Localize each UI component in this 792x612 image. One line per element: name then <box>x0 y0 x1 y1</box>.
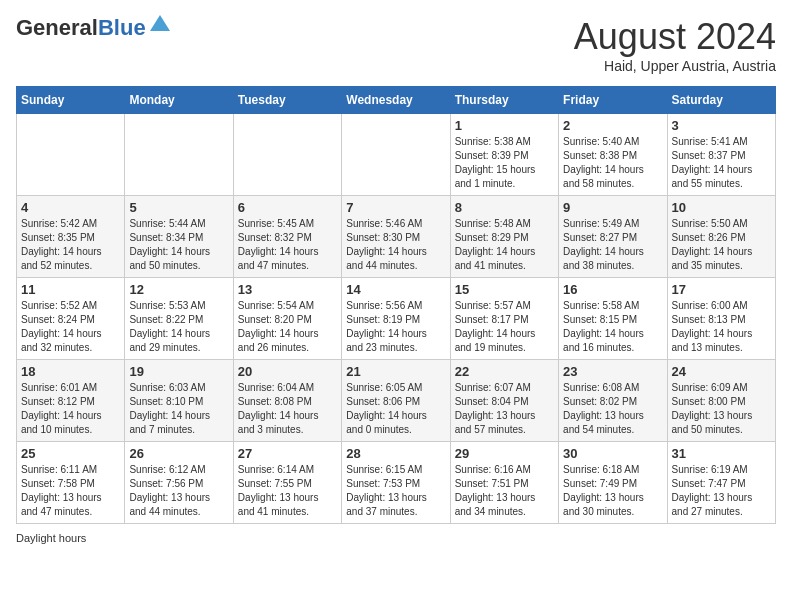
day-info: Sunrise: 5:42 AM Sunset: 8:35 PM Dayligh… <box>21 217 120 273</box>
day-info: Sunrise: 6:18 AM Sunset: 7:49 PM Dayligh… <box>563 463 662 519</box>
calendar-cell: 2Sunrise: 5:40 AM Sunset: 8:38 PM Daylig… <box>559 114 667 196</box>
week-row: 1Sunrise: 5:38 AM Sunset: 8:39 PM Daylig… <box>17 114 776 196</box>
day-number: 17 <box>672 282 771 297</box>
logo-general: General <box>16 15 98 40</box>
footer-note: Daylight hours <box>16 532 776 544</box>
calendar-cell: 20Sunrise: 6:04 AM Sunset: 8:08 PM Dayli… <box>233 360 341 442</box>
day-info: Sunrise: 5:49 AM Sunset: 8:27 PM Dayligh… <box>563 217 662 273</box>
day-number: 7 <box>346 200 445 215</box>
calendar-cell: 16Sunrise: 5:58 AM Sunset: 8:15 PM Dayli… <box>559 278 667 360</box>
day-info: Sunrise: 6:03 AM Sunset: 8:10 PM Dayligh… <box>129 381 228 437</box>
day-info: Sunrise: 5:45 AM Sunset: 8:32 PM Dayligh… <box>238 217 337 273</box>
calendar-cell: 24Sunrise: 6:09 AM Sunset: 8:00 PM Dayli… <box>667 360 775 442</box>
day-number: 20 <box>238 364 337 379</box>
calendar-cell: 29Sunrise: 6:16 AM Sunset: 7:51 PM Dayli… <box>450 442 558 524</box>
calendar-cell: 21Sunrise: 6:05 AM Sunset: 8:06 PM Dayli… <box>342 360 450 442</box>
calendar-cell: 13Sunrise: 5:54 AM Sunset: 8:20 PM Dayli… <box>233 278 341 360</box>
calendar-cell: 15Sunrise: 5:57 AM Sunset: 8:17 PM Dayli… <box>450 278 558 360</box>
title-block: August 2024 Haid, Upper Austria, Austria <box>574 16 776 74</box>
day-number: 13 <box>238 282 337 297</box>
calendar-cell: 22Sunrise: 6:07 AM Sunset: 8:04 PM Dayli… <box>450 360 558 442</box>
day-info: Sunrise: 5:58 AM Sunset: 8:15 PM Dayligh… <box>563 299 662 355</box>
page-header: GeneralBlue August 2024 Haid, Upper Aust… <box>16 16 776 74</box>
calendar-cell <box>125 114 233 196</box>
day-info: Sunrise: 6:04 AM Sunset: 8:08 PM Dayligh… <box>238 381 337 437</box>
day-info: Sunrise: 6:14 AM Sunset: 7:55 PM Dayligh… <box>238 463 337 519</box>
calendar-cell: 26Sunrise: 6:12 AM Sunset: 7:56 PM Dayli… <box>125 442 233 524</box>
day-number: 29 <box>455 446 554 461</box>
day-info: Sunrise: 6:01 AM Sunset: 8:12 PM Dayligh… <box>21 381 120 437</box>
calendar-cell: 4Sunrise: 5:42 AM Sunset: 8:35 PM Daylig… <box>17 196 125 278</box>
calendar-cell: 11Sunrise: 5:52 AM Sunset: 8:24 PM Dayli… <box>17 278 125 360</box>
day-info: Sunrise: 5:48 AM Sunset: 8:29 PM Dayligh… <box>455 217 554 273</box>
header-day: Tuesday <box>233 87 341 114</box>
day-number: 16 <box>563 282 662 297</box>
day-number: 15 <box>455 282 554 297</box>
calendar-cell: 7Sunrise: 5:46 AM Sunset: 8:30 PM Daylig… <box>342 196 450 278</box>
calendar-cell: 1Sunrise: 5:38 AM Sunset: 8:39 PM Daylig… <box>450 114 558 196</box>
calendar-cell: 17Sunrise: 6:00 AM Sunset: 8:13 PM Dayli… <box>667 278 775 360</box>
logo: GeneralBlue <box>16 16 170 40</box>
calendar-cell: 8Sunrise: 5:48 AM Sunset: 8:29 PM Daylig… <box>450 196 558 278</box>
day-info: Sunrise: 6:16 AM Sunset: 7:51 PM Dayligh… <box>455 463 554 519</box>
day-number: 27 <box>238 446 337 461</box>
day-info: Sunrise: 6:00 AM Sunset: 8:13 PM Dayligh… <box>672 299 771 355</box>
calendar-cell: 30Sunrise: 6:18 AM Sunset: 7:49 PM Dayli… <box>559 442 667 524</box>
calendar-cell: 27Sunrise: 6:14 AM Sunset: 7:55 PM Dayli… <box>233 442 341 524</box>
day-info: Sunrise: 6:19 AM Sunset: 7:47 PM Dayligh… <box>672 463 771 519</box>
day-number: 24 <box>672 364 771 379</box>
day-info: Sunrise: 6:09 AM Sunset: 8:00 PM Dayligh… <box>672 381 771 437</box>
day-number: 31 <box>672 446 771 461</box>
day-info: Sunrise: 5:50 AM Sunset: 8:26 PM Dayligh… <box>672 217 771 273</box>
week-row: 4Sunrise: 5:42 AM Sunset: 8:35 PM Daylig… <box>17 196 776 278</box>
day-info: Sunrise: 6:08 AM Sunset: 8:02 PM Dayligh… <box>563 381 662 437</box>
header-day: Wednesday <box>342 87 450 114</box>
day-number: 6 <box>238 200 337 215</box>
calendar-table: SundayMondayTuesdayWednesdayThursdayFrid… <box>16 86 776 524</box>
calendar-cell: 23Sunrise: 6:08 AM Sunset: 8:02 PM Dayli… <box>559 360 667 442</box>
day-number: 19 <box>129 364 228 379</box>
day-info: Sunrise: 6:11 AM Sunset: 7:58 PM Dayligh… <box>21 463 120 519</box>
calendar-cell: 12Sunrise: 5:53 AM Sunset: 8:22 PM Dayli… <box>125 278 233 360</box>
calendar-cell: 19Sunrise: 6:03 AM Sunset: 8:10 PM Dayli… <box>125 360 233 442</box>
day-number: 10 <box>672 200 771 215</box>
day-info: Sunrise: 5:52 AM Sunset: 8:24 PM Dayligh… <box>21 299 120 355</box>
day-number: 28 <box>346 446 445 461</box>
location: Haid, Upper Austria, Austria <box>574 58 776 74</box>
calendar-cell <box>342 114 450 196</box>
calendar-cell <box>233 114 341 196</box>
calendar-cell: 5Sunrise: 5:44 AM Sunset: 8:34 PM Daylig… <box>125 196 233 278</box>
calendar-cell: 25Sunrise: 6:11 AM Sunset: 7:58 PM Dayli… <box>17 442 125 524</box>
day-number: 26 <box>129 446 228 461</box>
calendar-cell: 3Sunrise: 5:41 AM Sunset: 8:37 PM Daylig… <box>667 114 775 196</box>
header-day: Saturday <box>667 87 775 114</box>
header-day: Monday <box>125 87 233 114</box>
svg-marker-0 <box>150 15 170 31</box>
day-info: Sunrise: 5:44 AM Sunset: 8:34 PM Dayligh… <box>129 217 228 273</box>
calendar-cell: 9Sunrise: 5:49 AM Sunset: 8:27 PM Daylig… <box>559 196 667 278</box>
calendar-cell: 6Sunrise: 5:45 AM Sunset: 8:32 PM Daylig… <box>233 196 341 278</box>
day-info: Sunrise: 5:56 AM Sunset: 8:19 PM Dayligh… <box>346 299 445 355</box>
day-info: Sunrise: 5:57 AM Sunset: 8:17 PM Dayligh… <box>455 299 554 355</box>
day-number: 30 <box>563 446 662 461</box>
day-info: Sunrise: 5:40 AM Sunset: 8:38 PM Dayligh… <box>563 135 662 191</box>
header-day: Thursday <box>450 87 558 114</box>
day-number: 5 <box>129 200 228 215</box>
calendar-cell <box>17 114 125 196</box>
day-number: 14 <box>346 282 445 297</box>
header-day: Friday <box>559 87 667 114</box>
calendar-header: SundayMondayTuesdayWednesdayThursdayFrid… <box>17 87 776 114</box>
day-info: Sunrise: 5:46 AM Sunset: 8:30 PM Dayligh… <box>346 217 445 273</box>
month-title: August 2024 <box>574 16 776 58</box>
day-number: 25 <box>21 446 120 461</box>
header-day: Sunday <box>17 87 125 114</box>
day-number: 21 <box>346 364 445 379</box>
calendar-cell: 14Sunrise: 5:56 AM Sunset: 8:19 PM Dayli… <box>342 278 450 360</box>
day-number: 1 <box>455 118 554 133</box>
day-number: 3 <box>672 118 771 133</box>
day-number: 11 <box>21 282 120 297</box>
day-number: 12 <box>129 282 228 297</box>
day-number: 8 <box>455 200 554 215</box>
calendar-cell: 18Sunrise: 6:01 AM Sunset: 8:12 PM Dayli… <box>17 360 125 442</box>
week-row: 25Sunrise: 6:11 AM Sunset: 7:58 PM Dayli… <box>17 442 776 524</box>
